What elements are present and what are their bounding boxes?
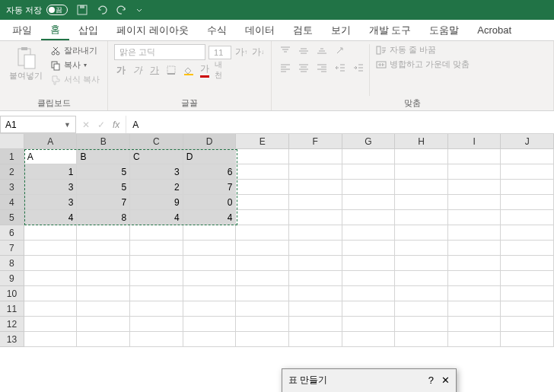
bold-button[interactable]: 가 [114, 63, 128, 77]
cell[interactable] [236, 164, 289, 180]
cell[interactable] [501, 317, 554, 332]
cell[interactable] [130, 286, 183, 301]
cell[interactable] [448, 225, 501, 241]
cell[interactable] [77, 317, 130, 332]
wrap-text-button[interactable]: 자동 줄 바꿈 [376, 44, 470, 56]
cell[interactable] [448, 195, 501, 210]
cell[interactable]: 4 [24, 210, 78, 225]
cell[interactable] [130, 241, 183, 256]
enter-formula-icon[interactable]: ✓ [97, 120, 105, 130]
cell[interactable] [130, 301, 183, 317]
cell[interactable] [501, 195, 554, 210]
shrink-font-button[interactable]: 가↓ [251, 46, 265, 59]
merge-center-button[interactable]: 병합하고 가운데 맞춤 [376, 59, 470, 70]
cell[interactable] [183, 332, 237, 347]
cell[interactable] [130, 271, 183, 286]
align-center-button[interactable] [296, 61, 311, 75]
cell[interactable] [342, 241, 396, 256]
column-header[interactable]: B [77, 134, 130, 149]
tab-data[interactable]: 데이터 [236, 20, 284, 40]
cell[interactable] [342, 210, 396, 225]
name-box[interactable]: A1 ▼ [0, 116, 76, 133]
cell[interactable] [77, 301, 130, 317]
column-header[interactable]: E [236, 134, 289, 149]
cell[interactable] [130, 256, 183, 271]
cell[interactable] [395, 195, 448, 210]
cell[interactable]: 7 [183, 180, 237, 195]
italic-button[interactable]: 가 [131, 63, 145, 77]
cell[interactable] [130, 332, 183, 347]
font-color-button[interactable]: 가 [198, 63, 212, 77]
cell[interactable]: C [130, 149, 183, 164]
cell[interactable] [395, 241, 448, 256]
cell[interactable] [342, 301, 396, 317]
cell[interactable] [501, 180, 554, 195]
cell[interactable] [130, 317, 183, 332]
row-header[interactable]: 1 [0, 149, 24, 164]
column-header[interactable]: I [448, 134, 501, 149]
decrease-indent-button[interactable] [333, 61, 348, 75]
formula-bar[interactable]: A [126, 116, 554, 133]
cut-button[interactable]: 잘라내기 [49, 44, 101, 57]
undo-icon[interactable] [96, 4, 108, 16]
orientation-button[interactable] [333, 44, 348, 58]
cell[interactable] [236, 301, 289, 317]
cell[interactable] [183, 256, 237, 271]
cell[interactable] [289, 195, 342, 210]
cancel-formula-icon[interactable]: ✕ [82, 120, 90, 130]
dialog-titlebar[interactable]: 표 만들기 ? ✕ [282, 369, 456, 391]
cell[interactable] [395, 149, 448, 164]
cell[interactable] [501, 286, 554, 301]
font-size-combo[interactable]: 11 [209, 46, 231, 59]
increase-indent-button[interactable] [351, 61, 366, 75]
cell[interactable] [448, 256, 501, 271]
cell[interactable]: A [24, 149, 78, 164]
tab-file[interactable]: 파일 [3, 20, 41, 40]
cell[interactable]: 7 [77, 195, 130, 210]
cell[interactable]: 3 [130, 164, 183, 180]
cell[interactable] [183, 271, 237, 286]
cell[interactable]: 8 [77, 210, 130, 225]
row-header[interactable]: 10 [0, 286, 24, 301]
row-header[interactable]: 8 [0, 256, 24, 271]
cell[interactable] [77, 286, 130, 301]
row-header[interactable]: 7 [0, 241, 24, 256]
tab-review[interactable]: 검토 [284, 20, 322, 40]
cell[interactable] [130, 225, 183, 241]
row-header[interactable]: 3 [0, 180, 24, 195]
cell[interactable] [236, 241, 289, 256]
cell[interactable] [342, 332, 396, 347]
cell[interactable] [501, 256, 554, 271]
cell[interactable] [501, 149, 554, 164]
cell[interactable] [236, 332, 289, 347]
tab-home[interactable]: 홈 [41, 20, 69, 40]
cell[interactable] [501, 332, 554, 347]
border-button[interactable] [164, 63, 178, 77]
cell[interactable]: 4 [130, 210, 183, 225]
cell[interactable] [342, 286, 396, 301]
cell[interactable]: 3 [24, 180, 78, 195]
tab-help[interactable]: 도움말 [420, 20, 468, 40]
fx-icon[interactable]: fx [113, 120, 119, 130]
cell[interactable] [448, 180, 501, 195]
cell[interactable] [289, 149, 342, 164]
cell[interactable] [289, 256, 342, 271]
cell[interactable] [342, 256, 396, 271]
cell[interactable] [289, 164, 342, 180]
align-middle-button[interactable] [296, 44, 311, 58]
cell[interactable] [342, 317, 396, 332]
align-left-button[interactable] [278, 61, 293, 75]
cell[interactable] [289, 332, 342, 347]
row-header[interactable]: 13 [0, 332, 24, 347]
select-all-corner[interactable] [0, 134, 24, 149]
cell[interactable]: 9 [130, 195, 183, 210]
cell[interactable]: 1 [24, 164, 78, 180]
cell[interactable]: 4 [183, 210, 237, 225]
cell[interactable] [501, 210, 554, 225]
cell[interactable] [448, 149, 501, 164]
grow-font-button[interactable]: 가↑ [234, 46, 248, 59]
cell[interactable] [24, 241, 78, 256]
tab-page-layout[interactable]: 페이지 레이아웃 [107, 20, 198, 40]
align-top-button[interactable] [278, 44, 293, 58]
cell[interactable] [342, 271, 396, 286]
